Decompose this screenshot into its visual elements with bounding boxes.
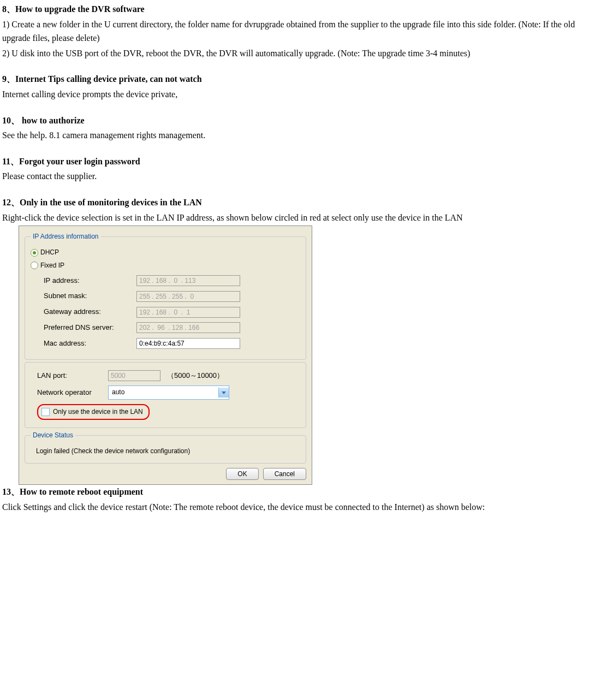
- gateway-address-label: Gateway address:: [44, 306, 136, 318]
- port-operator-group: LAN port: （5000～10000） Network operator …: [25, 362, 306, 428]
- dns-server-field: [136, 322, 240, 333]
- only-lan-checkbox[interactable]: Only use the device in the LAN: [37, 404, 150, 420]
- network-operator-value: auto: [109, 386, 218, 399]
- section12-paragraph-1: Right-click the device selection is set …: [2, 211, 593, 225]
- section12-heading: 12、Only in the use of monitoring devices…: [2, 195, 593, 210]
- cancel-button[interactable]: Cancel: [263, 468, 306, 480]
- network-operator-label: Network operator: [37, 387, 108, 399]
- dialog-button-bar: OK Cancel: [25, 468, 306, 480]
- section11-paragraph-1: Please contact the supplier.: [2, 169, 593, 183]
- subnet-mask-label: Subnet mask:: [44, 290, 136, 302]
- mac-address-label: Mac address:: [44, 338, 136, 349]
- section8-heading: 8、How to upgrade the DVR software: [2, 2, 593, 16]
- section8-paragraph-1: 1) Create a new folder in the U current …: [2, 17, 593, 45]
- gateway-address-field: [136, 307, 240, 318]
- dhcp-radio[interactable]: DHCP: [31, 247, 300, 258]
- section9-paragraph-1: Internet calling device prompts the devi…: [2, 87, 593, 102]
- chevron-down-icon: [222, 391, 226, 394]
- section8-paragraph-2: 2) U disk into the USB port of the DVR, …: [2, 46, 593, 61]
- only-lan-label: Only use the device in the LAN: [53, 407, 143, 417]
- fixed-ip-label: Fixed IP: [40, 260, 64, 271]
- mac-address-field[interactable]: [136, 338, 240, 349]
- radio-icon: [31, 262, 38, 269]
- section10-paragraph-1: See the help. 8.1 camera management righ…: [2, 128, 593, 143]
- section13-paragraph-1: Click Settings and click the device rest…: [2, 500, 593, 514]
- lan-port-range: （5000～10000）: [167, 370, 224, 382]
- device-status-group: Device Status Login failed (Check the de…: [25, 430, 306, 464]
- dropdown-button[interactable]: [218, 388, 229, 398]
- section13-heading: 13、How to remote reboot equipment: [2, 485, 593, 499]
- radio-icon: [31, 249, 38, 257]
- ip-address-information-group: IP Address information DHCP Fixed IP IP …: [25, 232, 306, 360]
- fixed-ip-radio[interactable]: Fixed IP: [31, 260, 300, 271]
- checkbox-icon: [41, 408, 50, 416]
- ok-button[interactable]: OK: [226, 468, 258, 480]
- dhcp-label: DHCP: [40, 247, 59, 258]
- section11-heading: 11、Forgot your user login password: [2, 155, 593, 169]
- lan-port-label: LAN port:: [37, 370, 108, 382]
- section10-heading: 10、 how to authorize: [2, 114, 593, 128]
- section9-heading: 9、Internet Tips calling device private, …: [2, 72, 593, 86]
- ip-address-label: IP address:: [44, 275, 136, 287]
- ip-address-field: [136, 275, 240, 286]
- lan-port-field: [108, 370, 160, 381]
- network-operator-select[interactable]: auto: [108, 385, 229, 399]
- dns-server-label: Preferred DNS server:: [44, 322, 136, 334]
- device-status-legend: Device Status: [31, 430, 75, 441]
- ip-info-legend: IP Address information: [31, 232, 101, 242]
- ip-settings-dialog: IP Address information DHCP Fixed IP IP …: [19, 226, 312, 485]
- subnet-mask-field: [136, 291, 240, 302]
- device-status-text: Login failed (Check the device network c…: [36, 446, 300, 456]
